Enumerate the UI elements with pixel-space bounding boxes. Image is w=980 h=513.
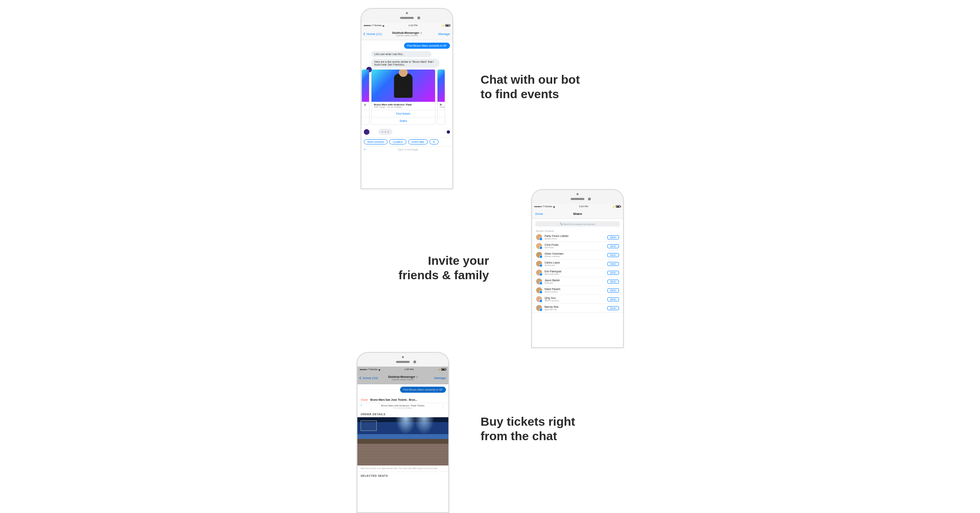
outgoing-message: Find Bruno Mars concerts in SF — [400, 387, 446, 393]
send-button[interactable]: SEND — [607, 235, 619, 239]
screen: T-Mobile ◉ 1:55 PM ⚡ Home (10) Stubhub-M… — [357, 367, 448, 513]
contact-avatar-icon — [536, 243, 542, 249]
contact-info: Jason Baxter@abaxter — [545, 279, 605, 284]
bluetooth-icon: ⚡ — [612, 205, 615, 208]
back-label: Home (10) — [363, 376, 378, 380]
clock-label: 1:22 PM — [409, 24, 417, 27]
contact-row[interactable]: Qing Guo@kevin.guoqingSEND — [532, 295, 623, 304]
contact-handle: @pablo.flores — [545, 237, 605, 240]
contact-avatar-icon — [536, 278, 542, 284]
chat-subtitle: Typically replies instantly — [392, 34, 421, 37]
contact-row[interactable]: Erin Palmquist@erin.palmquistSEND — [532, 268, 623, 277]
chevron-left-icon[interactable]: ‹ — [361, 403, 362, 407]
signal-icon — [534, 206, 542, 207]
send-button[interactable]: SEND — [607, 288, 619, 293]
status-bar: T-Mobile ◉ 5:25 PM ⚡ — [532, 204, 623, 209]
phone-1-chat: T-Mobile ◉ 1:22 PM ⚡ Home (11) Stubhub-M… — [361, 8, 453, 189]
card-next-sub: Oracle — [440, 106, 442, 108]
send-button[interactable]: SEND — [607, 253, 619, 257]
event-carousel[interactable]: ask Bruno Mars with Anderson .Paak SAP C… — [361, 69, 452, 125]
phone-bezel — [361, 9, 452, 23]
screen: T-Mobile ◉ 1:22 PM ⚡ Home (11) Stubhub-M… — [361, 23, 452, 189]
contact-name: Rakhi Parekh — [545, 288, 605, 290]
message-input[interactable]: Type a message... — [368, 148, 450, 151]
chat-header: Home (10) Stubhub-Messenger Typically re… — [357, 372, 448, 384]
event-card-main[interactable]: Bruno Mars with Anderson .Paak SAP Cente… — [371, 69, 435, 125]
caption-2-line2: friends & family — [398, 268, 489, 282]
send-button[interactable]: SEND — [607, 262, 619, 266]
quick-reply-location[interactable]: Location — [389, 139, 406, 144]
search-placeholder: Search for people and groups — [563, 223, 595, 225]
battery-icon — [616, 205, 621, 208]
back-button[interactable]: Home (11) — [364, 32, 382, 36]
back-button[interactable]: Home (10) — [360, 376, 378, 380]
search-icon: 🔍 — [560, 223, 563, 225]
send-button[interactable]: SEND — [607, 280, 619, 284]
sensor-icon — [417, 16, 420, 19]
sensor-icon — [588, 198, 591, 200]
battery-icon — [445, 24, 450, 27]
quick-reply-more-concerts[interactable]: More concerts — [364, 139, 388, 144]
webview-panel: Close Bruno Mars San Jose Tickets - Brun… — [357, 397, 448, 479]
more-icon[interactable]: ⋮ — [441, 404, 445, 408]
contact-avatar-icon — [536, 234, 542, 240]
contact-row[interactable]: Barney Mok@barney.mokSEND — [532, 304, 623, 313]
quick-reply-event-date[interactable]: Event date — [408, 139, 428, 144]
contact-info: Erin Palmquist@erin.palmquist — [545, 270, 605, 275]
event-card-prev[interactable]: ask — [361, 69, 369, 125]
quick-reply-more[interactable]: H — [429, 139, 439, 144]
contact-row[interactable]: Chris Fricke@mrfrickeSEND — [532, 242, 623, 251]
caption-2-line1: Invite your — [398, 253, 489, 268]
contact-avatar-icon — [536, 270, 542, 276]
contact-row[interactable]: Carlos Lopez@chalonelySEND — [532, 260, 623, 268]
section-recent-contacts: Recent Contacts — [532, 229, 623, 233]
contact-handle: @kevin.guoqing — [545, 299, 605, 302]
chat-header: Home (11) Stubhub-Messenger Typically re… — [361, 28, 452, 40]
send-button[interactable]: SEND — [607, 244, 619, 248]
done-button[interactable]: Done — [535, 212, 543, 216]
close-button[interactable]: Close — [361, 398, 368, 401]
camera-icon — [402, 356, 404, 358]
send-button[interactable]: SEND — [607, 297, 619, 301]
battery-icon — [441, 368, 446, 371]
manage-button[interactable]: Manage — [438, 32, 450, 36]
caption-3-line2: from the chat — [481, 429, 575, 443]
send-button[interactable]: SEND — [607, 306, 619, 310]
contact-row[interactable]: Oliver Oxenham@oliver.oxenhamSEND — [532, 251, 623, 260]
manage-button[interactable]: Manage — [434, 376, 446, 380]
chat-title: Stubhub-Messenger — [388, 375, 415, 378]
send-button[interactable]: SEND — [607, 271, 619, 275]
share-header: Done Share — [532, 209, 623, 219]
share-button[interactable]: Share — [371, 117, 435, 124]
status-bar: T-Mobile ◉ 1:55 PM ⚡ — [357, 367, 448, 372]
chevron-left-icon — [359, 377, 362, 379]
share-title: Share — [573, 212, 582, 216]
event-card-next[interactable]: BrunoOracle — [437, 69, 445, 125]
contact-info: Barney Mok@barney.mok — [545, 305, 605, 311]
contact-row[interactable]: Rakhi Parekh@rakhi.parekhSEND — [532, 286, 623, 295]
phone-bezel — [532, 190, 623, 204]
contact-name: Barney Mok — [545, 305, 605, 308]
contact-row[interactable]: Jason Baxter@abaxterSEND — [532, 277, 623, 286]
menu-icon[interactable]: ≡ — [364, 148, 368, 151]
contact-name: Oliver Oxenham — [545, 252, 605, 255]
chevron-left-icon — [363, 33, 366, 35]
contact-name: Erin Palmquist — [545, 270, 605, 273]
chat-body: Find Bruno Mars concerts in SF Let's see… — [361, 40, 452, 137]
find-tickets-button[interactable]: Find tickets — [371, 110, 435, 117]
contact-info: Oliver Oxenham@oliver.oxenham — [545, 252, 605, 258]
contact-avatar-icon — [536, 296, 542, 302]
status-bar: T-Mobile ◉ 1:22 PM ⚡ — [361, 23, 452, 28]
caption-1: Chat with our bot to find events — [481, 72, 580, 101]
search-input[interactable]: 🔍 Search for people and groups — [535, 221, 620, 227]
incoming-message-2: Here are a few events similar to "Bruno … — [371, 59, 439, 68]
dimmed-background: T-Mobile ◉ 1:55 PM ⚡ Home (10) Stubhub-M… — [357, 367, 448, 397]
chat-title: Stubhub-Messenger — [392, 31, 419, 34]
contact-row[interactable]: Pablo Flores Letelier@pablo.floresSEND — [532, 233, 623, 242]
signal-icon — [360, 369, 367, 370]
caption-1-line1: Chat with our bot — [481, 72, 580, 87]
contact-handle: @erin.palmquist — [545, 273, 605, 275]
contact-avatar-icon — [536, 252, 542, 258]
contact-name: Pablo Flores Letelier — [545, 235, 605, 237]
contact-name: Carlos Lopez — [545, 261, 605, 264]
